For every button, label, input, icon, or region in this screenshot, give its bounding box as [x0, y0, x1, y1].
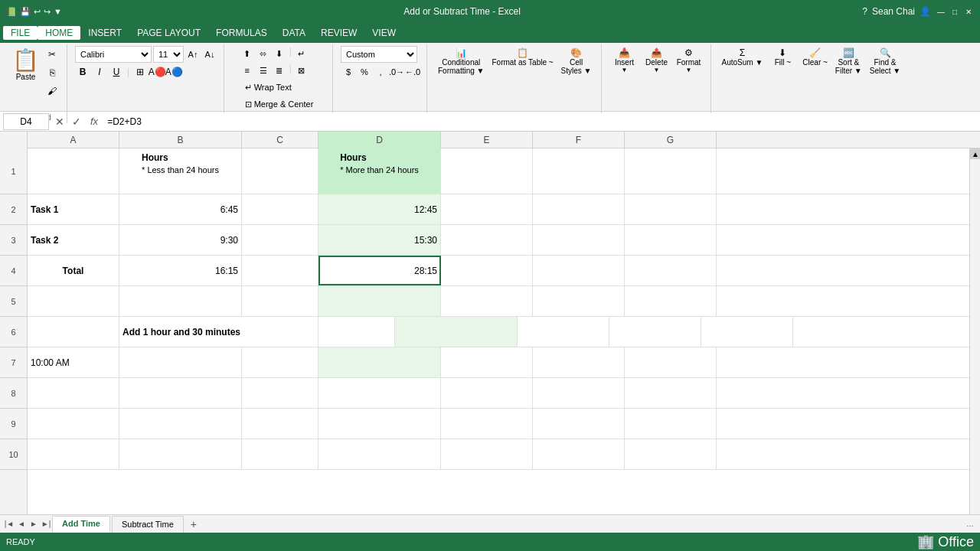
cell-g10[interactable] — [625, 439, 717, 469]
quick-access-save[interactable]: 💾 — [20, 7, 31, 17]
menu-view[interactable]: VIEW — [364, 26, 403, 40]
cell-reference-box[interactable]: D4 — [3, 113, 49, 130]
cell-d8[interactable] — [318, 378, 441, 408]
menu-file[interactable]: FILE — [3, 26, 38, 40]
sheet-nav-next[interactable]: ► — [28, 518, 40, 530]
col-header-e[interactable]: E — [441, 132, 533, 148]
cell-c3[interactable] — [242, 225, 318, 255]
menu-home[interactable]: HOME — [38, 26, 80, 40]
italic-button[interactable]: I — [92, 64, 107, 80]
format-cells-button[interactable]: ⚙ Format ▼ — [674, 46, 704, 75]
cell-d2[interactable]: 12:45 — [318, 194, 441, 224]
cancel-formula-button[interactable]: ✕ — [52, 114, 67, 129]
sheet-tab-subtract-time[interactable]: Subtract Time — [112, 516, 184, 533]
minimize-button[interactable]: — — [936, 6, 946, 17]
cell-c10[interactable] — [242, 439, 318, 469]
paste-button[interactable]: 📋 Paste — [9, 46, 42, 83]
row-num-7[interactable]: 7 — [0, 347, 27, 378]
increase-decimal-button[interactable]: .0→ — [389, 64, 404, 80]
font-color-button[interactable]: A🔵 — [166, 64, 181, 80]
borders-button[interactable]: ⊞ — [132, 64, 148, 80]
format-painter-button[interactable]: 🖌 — [44, 83, 60, 99]
font-name-select[interactable]: Calibri — [75, 46, 152, 63]
cell-a7[interactable]: 10:00 AM — [28, 347, 119, 377]
merge-center-label-btn[interactable]: ⊡ Merge & Center — [240, 96, 319, 112]
row-num-9[interactable]: 9 — [0, 409, 27, 439]
cell-b6[interactable]: Add 1 hour and 30 minutes — [119, 317, 318, 347]
bold-button[interactable]: B — [75, 64, 90, 80]
cell-e4[interactable] — [441, 256, 533, 285]
cell-b4[interactable]: 16:15 — [119, 256, 242, 285]
insert-cells-button[interactable]: 📥 Insert ▼ — [609, 46, 640, 75]
menu-review[interactable]: REVIEW — [313, 26, 364, 40]
cell-e7[interactable] — [441, 347, 533, 377]
cell-c2[interactable] — [242, 194, 318, 224]
col-header-b[interactable]: B — [119, 132, 242, 148]
underline-button[interactable]: U — [109, 64, 124, 80]
cell-f6[interactable] — [609, 317, 701, 347]
row-num-4[interactable]: 4 — [0, 256, 27, 286]
sort-filter-button[interactable]: 🔤 Sort & Filter ▼ — [832, 46, 865, 77]
cell-f10[interactable] — [533, 439, 625, 469]
middle-align-button[interactable]: ⬄ — [256, 46, 271, 61]
menu-page-layout[interactable]: PAGE LAYOUT — [129, 26, 208, 40]
cell-f5[interactable] — [533, 286, 625, 316]
help-icon[interactable]: ? — [862, 6, 867, 17]
increase-font-size[interactable]: A↑ — [185, 47, 201, 62]
cell-g5[interactable] — [625, 286, 717, 316]
col-header-d[interactable]: D — [318, 132, 441, 148]
cell-c7[interactable] — [242, 347, 318, 377]
col-header-g[interactable]: G — [625, 132, 717, 148]
confirm-formula-button[interactable]: ✓ — [69, 114, 84, 129]
col-header-c[interactable]: C — [242, 132, 318, 148]
wrap-text-button[interactable]: ↵ — [294, 46, 309, 61]
cell-b10[interactable] — [119, 439, 242, 469]
sheet-nav-last[interactable]: ►| — [40, 518, 52, 530]
cell-a8[interactable] — [28, 378, 119, 408]
cell-g2[interactable] — [625, 194, 717, 224]
row-num-5[interactable]: 5 — [0, 286, 27, 317]
cut-button[interactable]: ✂ — [44, 46, 60, 63]
cell-e1[interactable] — [441, 148, 533, 194]
cell-f9[interactable] — [533, 409, 625, 439]
cell-f3[interactable] — [533, 225, 625, 255]
cell-g7[interactable] — [625, 347, 717, 377]
percent-button[interactable]: % — [357, 64, 372, 80]
menu-data[interactable]: DATA — [275, 26, 313, 40]
row-num-2[interactable]: 2 — [0, 194, 27, 225]
vertical-scrollbar[interactable]: ▲ — [969, 148, 980, 514]
restore-button[interactable]: □ — [949, 6, 960, 17]
copy-button[interactable]: ⎘ — [44, 64, 60, 81]
cell-d6[interactable] — [395, 317, 518, 347]
decrease-decimal-button[interactable]: ←.0 — [405, 64, 420, 80]
currency-button[interactable]: $ — [341, 64, 356, 80]
cell-g1[interactable] — [625, 148, 717, 194]
conditional-formatting-button[interactable]: 📊 Conditional Formatting ▼ — [435, 46, 487, 77]
cell-f8[interactable] — [533, 378, 625, 408]
cell-f4[interactable] — [533, 256, 625, 285]
cell-d10[interactable] — [318, 439, 441, 469]
top-align-button[interactable]: ⬆ — [240, 46, 255, 61]
cell-b3[interactable]: 9:30 — [119, 225, 242, 255]
cell-d9[interactable] — [318, 409, 441, 439]
cell-a4[interactable]: Total — [28, 256, 119, 285]
cell-c1[interactable] — [242, 148, 318, 194]
scroll-up-arrow[interactable]: ▲ — [970, 148, 980, 159]
menu-insert[interactable]: INSERT — [80, 26, 129, 40]
format-as-table-button[interactable]: 📋 Format as Table ~ — [488, 46, 556, 68]
cell-e9[interactable] — [441, 409, 533, 439]
row-num-3[interactable]: 3 — [0, 225, 27, 256]
row-num-8[interactable]: 8 — [0, 378, 27, 409]
row-num-10[interactable]: 10 — [0, 439, 27, 470]
cell-a10[interactable] — [28, 439, 119, 469]
quick-access-undo[interactable]: ↩ — [34, 7, 41, 17]
sheet-nav-prev[interactable]: ◄ — [15, 518, 28, 530]
cell-c4[interactable] — [242, 256, 318, 285]
cell-b7[interactable] — [119, 347, 242, 377]
cell-e6[interactable] — [518, 317, 609, 347]
cell-g9[interactable] — [625, 409, 717, 439]
close-button[interactable]: ✕ — [963, 6, 974, 17]
cell-b5[interactable] — [119, 286, 242, 316]
cell-a2[interactable]: Task 1 — [28, 194, 119, 224]
cell-g4[interactable] — [625, 256, 717, 285]
